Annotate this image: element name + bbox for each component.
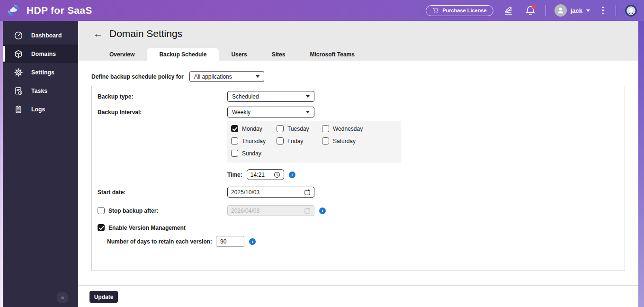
sidebar-item-settings[interactable]: Settings <box>3 63 78 81</box>
more-options-kebab-icon[interactable] <box>599 7 607 14</box>
app-logo-group: HDP for SaaS <box>7 3 92 18</box>
header-divider <box>616 5 616 16</box>
page-title: Domain Settings <box>109 28 182 39</box>
checkbox-box <box>231 137 238 144</box>
checkbox-box <box>231 150 238 157</box>
tab-overview[interactable]: Overview <box>97 48 147 61</box>
sidebar-collapse-button[interactable]: « <box>57 292 68 303</box>
calendar-icon[interactable] <box>304 189 311 196</box>
checkbox-label: Friday <box>287 138 303 144</box>
checkbox-friday[interactable]: Friday <box>277 137 322 144</box>
tab-bar: Overview Backup Schedule Users Sites Mic… <box>78 48 638 61</box>
tab-label: Overview <box>109 51 134 58</box>
tab-label: Users <box>231 51 247 58</box>
sidebar-item-domains[interactable]: Domains <box>3 45 78 63</box>
start-date-input[interactable] <box>231 189 304 196</box>
stop-date-info-icon[interactable]: i <box>319 208 326 214</box>
sidebar-item-dashboard[interactable]: Dashboard <box>3 26 78 45</box>
checkbox-saturday[interactable]: Saturday <box>322 137 397 144</box>
tab-label: Microsoft Teams <box>310 51 354 58</box>
policy-scope-select[interactable]: All applications <box>189 71 264 82</box>
backup-type-value: Scheduled <box>232 93 259 100</box>
select-caret-icon <box>306 111 310 113</box>
checkbox-label: Tuesday <box>287 126 309 132</box>
policy-scope-label: Define backup schedule policy for <box>91 73 184 80</box>
time-info-icon[interactable]: i <box>289 172 295 178</box>
sidebar-item-logs[interactable]: Logs <box>3 100 78 118</box>
backup-type-label: Backup type: <box>98 93 227 100</box>
select-caret-icon <box>306 95 310 98</box>
checkbox-box <box>322 125 329 132</box>
checkbox-tuesday[interactable]: Tuesday <box>277 125 322 132</box>
sidebar-item-tasks[interactable]: Tasks <box>3 81 78 100</box>
tab-backup-schedule[interactable]: Backup Schedule <box>147 48 219 61</box>
checkbox-sunday[interactable]: Sunday <box>231 150 277 157</box>
policy-scope-value: All applications <box>194 73 232 80</box>
time-label: Time: <box>227 172 242 178</box>
tab-microsoft-teams[interactable]: Microsoft Teams <box>297 48 367 61</box>
version-management-checkbox[interactable]: Enable Version Management <box>98 224 619 231</box>
stop-backup-label: Stop backup after: <box>108 208 158 214</box>
header-divider <box>546 5 546 16</box>
checkbox-label: Saturday <box>333 138 356 144</box>
notifications-bell-icon[interactable] <box>524 4 537 17</box>
back-button[interactable]: ← <box>93 29 103 38</box>
app-logo-sync-cloud-icon <box>7 3 21 18</box>
checkbox-label: Wednesday <box>333 126 363 132</box>
cube-icon <box>14 49 23 59</box>
user-avatar <box>555 4 567 17</box>
checkbox-box <box>231 125 238 132</box>
gauge-icon <box>14 31 23 40</box>
update-button[interactable]: Update <box>89 291 118 303</box>
calendar-icon <box>304 208 311 214</box>
cart-icon <box>432 7 439 14</box>
sidebar-item-label: Domains <box>31 51 56 57</box>
task-clock-icon <box>14 86 23 96</box>
sidebar-item-label: Settings <box>31 69 54 76</box>
chevron-down-icon <box>586 9 590 12</box>
stop-date-input-wrap <box>227 205 314 216</box>
stop-date-input <box>231 208 304 214</box>
qnap-account-icon[interactable] <box>625 4 637 17</box>
backup-type-select[interactable]: Scheduled <box>227 91 314 102</box>
clock-icon[interactable] <box>274 172 280 178</box>
time-input-wrap <box>247 169 284 180</box>
retain-days-info-icon[interactable]: i <box>249 238 256 245</box>
checkbox-box <box>98 207 105 214</box>
stop-backup-checkbox[interactable]: Stop backup after: <box>98 207 227 214</box>
sidebar: Dashboard Domains <box>3 21 78 307</box>
start-date-label: Start date: <box>98 189 227 196</box>
backup-interval-value: Weekly <box>232 109 250 116</box>
retain-days-input[interactable] <box>216 236 244 247</box>
start-date-input-wrap <box>227 187 314 198</box>
checkbox-thursday[interactable]: Thursday <box>231 137 277 144</box>
main-content: ← Domain Settings Overview Backup Schedu… <box>78 21 638 307</box>
checkbox-box <box>277 137 284 144</box>
purchase-license-label: Purchase License <box>442 8 487 13</box>
sidebar-item-label: Tasks <box>31 88 47 94</box>
select-caret-icon <box>256 75 259 78</box>
tab-label: Sites <box>272 51 286 58</box>
tab-users[interactable]: Users <box>219 48 259 61</box>
page-header-band: ← Domain Settings Overview Backup Schedu… <box>78 21 638 61</box>
weekday-checkbox-group: Monday Tuesday Wednesday Thursday <box>227 121 401 163</box>
checkbox-label: Thursday <box>242 138 266 144</box>
user-menu[interactable]: jack <box>555 4 590 17</box>
right-gradient-strip <box>638 21 644 307</box>
tab-sites[interactable]: Sites <box>259 48 298 61</box>
purchase-license-button[interactable]: Purchase License <box>426 5 493 16</box>
checkbox-monday[interactable]: Monday <box>231 125 277 132</box>
footer-divider <box>78 285 638 286</box>
checkbox-box <box>98 224 105 231</box>
time-input[interactable] <box>250 172 274 178</box>
schedule-panel: Backup type: Scheduled Backup Interval: … <box>91 86 625 271</box>
backup-interval-select[interactable]: Weekly <box>227 107 314 117</box>
checkbox-label: Monday <box>242 126 262 132</box>
checkbox-label: Sunday <box>242 150 261 157</box>
tab-label: Backup Schedule <box>159 51 206 58</box>
release-notes-icon[interactable] <box>502 4 515 17</box>
checkbox-box <box>277 125 284 132</box>
notification-badge <box>532 5 536 9</box>
gear-icon <box>14 68 23 77</box>
checkbox-wednesday[interactable]: Wednesday <box>322 125 397 132</box>
